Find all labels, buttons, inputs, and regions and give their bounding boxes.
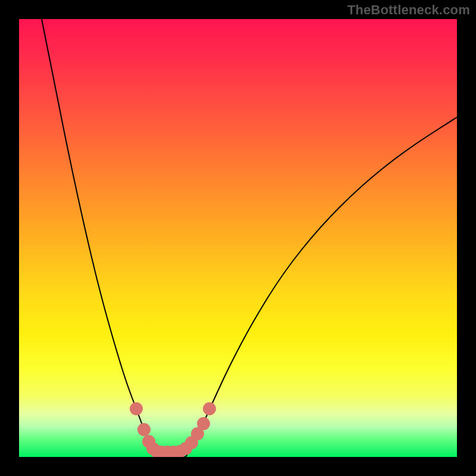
marker-dot xyxy=(203,402,216,415)
watermark-text: TheBottleneck.com xyxy=(347,2,470,18)
right-curve xyxy=(186,117,457,457)
threshold-markers xyxy=(130,402,216,457)
marker-dot xyxy=(130,402,143,415)
chart-frame: TheBottleneck.com xyxy=(0,0,476,476)
marker-dot xyxy=(197,417,210,430)
plot-area xyxy=(19,19,457,457)
left-curve xyxy=(42,19,156,457)
curve-svg xyxy=(19,19,457,457)
marker-dot xyxy=(137,423,151,436)
